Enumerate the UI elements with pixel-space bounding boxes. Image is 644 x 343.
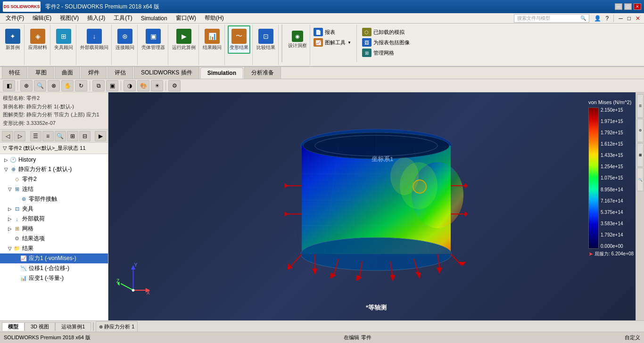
strain-node[interactable]: 📊 应变1 (-等量-) xyxy=(0,273,108,283)
displacement-node[interactable]: 📉 位移1 (-合位移-) xyxy=(0,263,108,273)
search-tree-button[interactable]: 🔍 xyxy=(55,131,66,141)
results-node[interactable]: ▽ 📁 结果 xyxy=(0,244,108,253)
sim-tab-label: 静应力分析 1 xyxy=(104,323,134,330)
tab-sketch[interactable]: 草图 xyxy=(28,66,54,79)
shell-button[interactable]: ▣ 壳体管理器 xyxy=(140,25,166,54)
main-toolbar: ✦ 新算例 ◈ 应用材料 ⊞ 夹具顾问 ↓ 外部载荷顾问 ⊛ 连接顾问 ▣ 壳体… xyxy=(0,24,644,67)
zoom-in-button[interactable]: 🔍 xyxy=(34,80,46,91)
window-minimize-btn[interactable]: ─ xyxy=(617,15,625,22)
result-opts-label: 结果选项 xyxy=(22,235,45,243)
right-panel-tabs: ☰ ⚙ ▦ 🔍 xyxy=(636,92,644,320)
zoom-fit-button[interactable]: ⊕ xyxy=(20,80,33,91)
menu-help[interactable]: 帮助(H) xyxy=(201,13,228,23)
stress-node[interactable]: 📈 应力1 (-vonMises-) xyxy=(0,253,108,263)
compare-button[interactable]: ⊡ 比较结果 xyxy=(256,25,276,54)
fixtures-node[interactable]: ▷ ⊡ 夹具 xyxy=(0,204,108,214)
run-button[interactable]: ▶ 运行此算例 xyxy=(171,25,197,54)
tree-view-button[interactable]: ☰ xyxy=(30,131,41,141)
user-icon[interactable]: 👤 xyxy=(592,15,603,22)
nav-back-button[interactable]: ◁ xyxy=(2,131,13,141)
svg-marker-17 xyxy=(330,273,336,278)
graph-tool-button[interactable]: 📈 图解工具 ▼ xyxy=(313,38,352,47)
contact-node[interactable]: ⊛ 零部件接触 xyxy=(0,194,108,204)
tab-model[interactable]: 模型 xyxy=(2,322,25,331)
cb-label-9: 5.375e+14 xyxy=(601,210,623,215)
include-image-button[interactable]: 🖼 为报表包括图像 xyxy=(362,38,410,47)
connections-node[interactable]: ▽ ⊞ 连结 xyxy=(0,184,108,194)
design-insight-button[interactable]: ◉ 设计洞察 xyxy=(287,25,308,54)
tab-analysis[interactable]: 分析准备 xyxy=(244,66,281,79)
menu-view[interactable]: 视图(V) xyxy=(56,13,83,23)
hide-show-button[interactable]: ◑ xyxy=(124,80,136,91)
loads-button[interactable]: ↓ 外部载荷顾问 xyxy=(79,25,109,54)
right-tab-3[interactable]: ▦ xyxy=(637,143,644,167)
display-style-button[interactable]: ▣ xyxy=(106,80,118,91)
view-orient-button[interactable]: ⧉ xyxy=(92,80,105,91)
result-button[interactable]: 📊 结果顾问 xyxy=(202,25,223,54)
connections-button[interactable]: ⊛ 连接顾问 xyxy=(115,25,135,54)
loads-node[interactable]: ▷ ↓ 外部载荷 xyxy=(0,214,108,224)
menu-window[interactable]: 窗口(W) xyxy=(172,13,200,23)
rotate-button[interactable]: ↻ xyxy=(75,80,87,91)
appearance-button[interactable]: 🎨 xyxy=(137,80,149,91)
right-tab-2[interactable]: ⚙ xyxy=(637,119,644,142)
nav-forward-button[interactable]: ▷ xyxy=(14,131,25,141)
maximize-button[interactable]: □ xyxy=(624,3,632,10)
close-button[interactable]: ✕ xyxy=(634,3,641,10)
minimize-button[interactable]: ─ xyxy=(615,3,622,10)
cb-label-11: 1.792e+14 xyxy=(601,232,623,237)
tab-3d-view[interactable]: 3D 视图 xyxy=(25,322,55,331)
unload-sim-button[interactable]: ⬡ 已卸载的模拟 xyxy=(362,27,410,37)
help-icon[interactable]: ? xyxy=(604,15,611,22)
cb-label-10: 3.583e+14 xyxy=(601,221,623,226)
part-node[interactable]: ◇ 零件2 xyxy=(0,174,108,184)
menu-edit[interactable]: 编辑(E) xyxy=(29,13,55,23)
menu-file[interactable]: 文件(F) xyxy=(2,13,28,23)
menu-simulation[interactable]: Simulation xyxy=(137,14,171,23)
right-tab-1[interactable]: ☰ xyxy=(637,94,644,118)
viewport[interactable]: 坐标系1 Y Z X *等轴测 von Mises (N xyxy=(108,92,644,320)
yield-arrow-icon: ➤ xyxy=(588,251,593,257)
study-label: 静应力分析 1 (-默认-) xyxy=(18,165,72,173)
view-settings-button[interactable]: ⚙ xyxy=(168,80,181,91)
tree-collapse-button[interactable]: ⊟ xyxy=(79,131,91,141)
deform-button[interactable]: 〜 变形结果 xyxy=(228,25,250,54)
tab-weld[interactable]: 焊件 xyxy=(81,66,107,79)
study-node[interactable]: ▽ ⊕ 静应力分析 1 (-默认-) xyxy=(0,164,108,174)
fixture-button[interactable]: ⊞ 夹具顾问 xyxy=(53,25,74,54)
yield-label: 屈服力: 6.204e+08 xyxy=(594,251,634,257)
apply-material-button[interactable]: ◈ 应用材料 xyxy=(27,25,48,54)
tab-plugins[interactable]: SOLIDWORKS 插件 xyxy=(134,66,199,79)
tree-expand-button[interactable]: ⊞ xyxy=(67,131,78,141)
tab-evaluate[interactable]: 评估 xyxy=(107,66,133,79)
tab-motion[interactable]: 运动算例1 xyxy=(55,322,91,331)
toolbar-group-material: ◈ 应用材料 xyxy=(25,24,50,65)
scene-button[interactable]: ☀ xyxy=(151,80,163,91)
manage-mesh-button[interactable]: ⊞ 管理网格 xyxy=(362,48,410,57)
toolbar-group-design: ◉ 设计洞察 xyxy=(285,24,310,65)
cb-label-8: 7.167e+14 xyxy=(601,198,623,204)
result-opts-node[interactable]: ⚙ 结果选项 xyxy=(0,234,108,244)
window-restore-btn[interactable]: □ xyxy=(626,15,633,22)
mesh-node[interactable]: ▷ ⊞ 网格 xyxy=(0,224,108,234)
pan-button[interactable]: ✋ xyxy=(61,80,74,91)
cb-label-12: 0.000e+00 xyxy=(601,244,623,249)
tab-surface[interactable]: 曲面 xyxy=(55,66,80,79)
tab-simulation[interactable]: Simulation xyxy=(200,67,243,79)
new-study-button[interactable]: ✦ 新算例 xyxy=(4,25,21,54)
window-controls: ─ □ ✕ xyxy=(615,3,641,10)
right-tab-4[interactable]: 🔍 xyxy=(637,168,644,191)
window-close-btn[interactable]: ✕ xyxy=(634,15,642,22)
history-node[interactable]: ▷ 🕐 History xyxy=(0,155,108,164)
menu-tools[interactable]: 工具(T) xyxy=(110,13,136,23)
tree-more-button[interactable]: ▶ xyxy=(95,131,106,141)
zoom-out-button[interactable]: ⊗ xyxy=(48,80,60,91)
menu-insert[interactable]: 插入(J) xyxy=(83,13,109,23)
tab-feature[interactable]: 特征 xyxy=(2,66,27,79)
sim-study-tab[interactable]: ⊕ 静应力分析 1 xyxy=(96,321,138,332)
app-logo: DS SOLIDWORKS xyxy=(3,1,41,12)
flat-view-button[interactable]: ≡ xyxy=(42,131,54,141)
panel-toggle-button[interactable]: ◧ xyxy=(3,80,15,91)
window-title: 零件2 - SOLIDWORKS Premium 2018 x64 版 xyxy=(45,3,615,11)
report-button[interactable]: 📄 报表 xyxy=(313,27,352,37)
